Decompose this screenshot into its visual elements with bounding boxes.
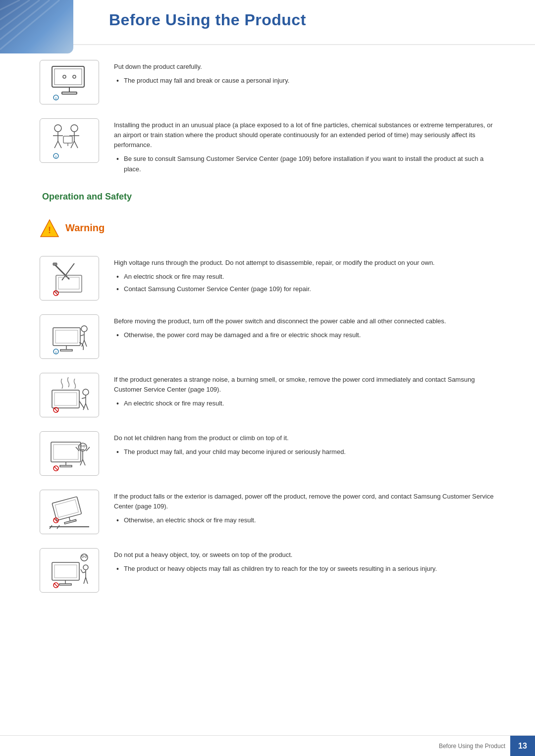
- svg-rect-37: [55, 330, 78, 343]
- svg-text:i: i: [55, 97, 56, 100]
- svg-text:i: i: [55, 155, 56, 158]
- bullet-item: The product may fall and break or cause …: [114, 76, 495, 86]
- svg-rect-58: [54, 445, 78, 459]
- warning-moving-bullets: Otherwise, the power cord may be damaged…: [114, 330, 495, 340]
- warning-item-heavy-objects: Do not put a heavy object, toy, or sweet…: [40, 548, 495, 593]
- svg-rect-60: [60, 465, 72, 467]
- svg-point-13: [54, 125, 61, 132]
- svg-line-56: [86, 403, 88, 410]
- warning-label: Warning: [65, 222, 105, 234]
- footer-page-number: 13: [510, 736, 535, 756]
- svg-rect-81: [54, 565, 77, 578]
- svg-line-42: [81, 335, 84, 336]
- icon-disassemble-warning: [40, 256, 99, 301]
- svg-line-90: [81, 569, 83, 573]
- warning-heavy-objects-text: Do not put a heavy object, toy, or sweet…: [114, 548, 495, 576]
- warning-falls-main: If the product falls or the exterior is …: [114, 492, 495, 511]
- blue-accent-decoration: [0, 0, 73, 53]
- warning-voltage-main: High voltage runs through the product. D…: [114, 258, 495, 268]
- svg-line-70: [54, 466, 58, 470]
- warning-item-noise: If the product generates a strange noise…: [40, 373, 495, 417]
- svg-rect-5: [52, 66, 84, 87]
- svg-rect-6: [54, 69, 82, 85]
- svg-line-44: [84, 340, 87, 347]
- bullet-item: The product or heavy objects may fall as…: [114, 564, 495, 574]
- warning-children-hang-bullets: The product may fall, and your child may…: [114, 447, 495, 457]
- icon-smoke-noise: [40, 373, 99, 417]
- warning-item-moving: i Before moving the product, turn off th…: [40, 314, 495, 359]
- warning-triangle-icon: !: [40, 218, 59, 238]
- warning-children-hang-text: Do not let children hang from the produc…: [114, 431, 495, 459]
- svg-rect-83: [59, 584, 71, 585]
- footer-text: Before Using the Product: [439, 743, 510, 750]
- page-title: Before Using the Product: [109, 11, 495, 29]
- svg-rect-71: [52, 497, 82, 520]
- svg-point-40: [81, 326, 87, 332]
- warning-item-falls: If the product falls or the exterior is …: [40, 490, 495, 534]
- svg-line-2: [0, 0, 40, 30]
- svg-rect-72: [55, 500, 78, 517]
- svg-rect-48: [54, 393, 77, 405]
- item-unusual-place-main: Installing the product in an unusual pla…: [114, 120, 495, 150]
- svg-rect-8: [62, 92, 77, 94]
- warning-heavy-objects-bullets: The product or heavy objects may fall as…: [114, 564, 495, 574]
- svg-text:i: i: [55, 351, 56, 354]
- warning-voltage-bullets: An electric shock or fire may result. Co…: [114, 272, 495, 294]
- warning-noise-main: If the product generates a strange noise…: [114, 375, 495, 395]
- svg-rect-30: [53, 263, 57, 265]
- bullet-item: An electric shock or fire may result.: [114, 272, 495, 282]
- warning-block-header: ! Warning: [40, 214, 495, 242]
- svg-rect-57: [51, 442, 81, 462]
- item-put-down-bullets: The product may fall and break or cause …: [114, 76, 495, 86]
- warning-voltage-text: High voltage runs through the product. D…: [114, 256, 495, 297]
- svg-line-55: [83, 403, 86, 410]
- svg-line-94: [54, 583, 58, 587]
- page-title-area: Before Using the Product: [0, 0, 535, 45]
- svg-point-52: [83, 389, 89, 395]
- warning-noise-bullets: An electric shock or fire may result.: [114, 399, 495, 408]
- bullet-item: The product may fall, and your child may…: [114, 447, 495, 457]
- svg-line-91: [84, 577, 86, 584]
- warning-item-voltage: High voltage runs through the product. D…: [40, 256, 495, 301]
- item-put-down-text: Put down the product carefully. The prod…: [114, 60, 495, 88]
- warning-noise-text: If the product generates a strange noise…: [114, 373, 495, 411]
- bullet-item: An electric shock or fire may result.: [114, 399, 495, 408]
- svg-line-92: [86, 577, 88, 584]
- svg-point-18: [71, 125, 78, 132]
- svg-point-87: [83, 565, 88, 570]
- warning-falls-text: If the product falls or the exterior is …: [114, 490, 495, 528]
- item-unusual-place-bullets: Be sure to consult Samsung Customer Serv…: [114, 154, 495, 174]
- warning-children-hang-main: Do not let children hang from the produc…: [114, 433, 495, 443]
- svg-line-73: [69, 517, 70, 521]
- svg-line-16: [54, 141, 58, 148]
- safety-item-put-down: i Put down the product carefully. The pr…: [40, 60, 495, 104]
- safety-item-unusual-place: i Installing the product in an unusual p…: [40, 118, 495, 177]
- svg-point-86: [85, 555, 87, 557]
- warning-moving-main: Before moving the product, turn off the …: [114, 316, 495, 326]
- item-unusual-place-text: Installing the product in an unusual pla…: [114, 118, 495, 177]
- svg-line-54: [82, 398, 86, 399]
- bullet-item: Otherwise, the power cord may be damaged…: [114, 330, 495, 340]
- item-put-down-main: Put down the product carefully.: [114, 62, 495, 72]
- bullet-item: Contact Samsung Customer Service Center …: [114, 284, 495, 294]
- svg-point-11: [63, 75, 66, 78]
- icon-children-hanging: [40, 431, 99, 476]
- svg-rect-39: [60, 350, 72, 351]
- main-content: i Put down the product carefully. The pr…: [0, 45, 535, 636]
- warning-item-children-hang: Do not let children hang from the produc…: [40, 431, 495, 476]
- icon-product-falls: [40, 490, 99, 534]
- svg-line-51: [54, 408, 58, 412]
- svg-rect-23: [63, 136, 72, 143]
- page-footer: Before Using the Product 13: [0, 735, 535, 756]
- warning-falls-bullets: Otherwise, an electric shock or fire may…: [114, 515, 495, 525]
- bullet-item: Be sure to consult Samsung Customer Serv…: [114, 154, 495, 174]
- icon-heavy-objects: [40, 548, 99, 593]
- svg-point-85: [82, 555, 84, 557]
- icon-person-unusual-place: i: [40, 118, 99, 163]
- warning-moving-text: Before moving the product, turn off the …: [114, 314, 495, 343]
- section-heading-operation-safety: Operation and Safety: [40, 192, 495, 202]
- svg-line-68: [83, 459, 85, 465]
- svg-rect-32: [56, 275, 82, 292]
- warning-heavy-objects-main: Do not put a heavy object, toy, or sweet…: [114, 550, 495, 560]
- svg-line-17: [58, 141, 61, 148]
